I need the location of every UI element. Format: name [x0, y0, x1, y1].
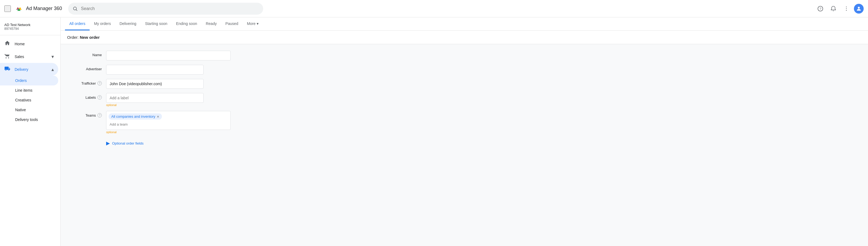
sidebar-sub-item-native[interactable]: Native — [0, 105, 58, 115]
labels-form-row: Labels ? optional — [69, 93, 859, 107]
team-input[interactable] — [108, 121, 228, 128]
avatar[interactable] — [854, 4, 864, 13]
trafficker-help-icon[interactable]: ? — [97, 81, 102, 85]
dots-vertical-icon — [843, 6, 849, 12]
network-id: 89745794 — [4, 27, 56, 31]
user-icon — [856, 6, 862, 12]
tab-my-orders[interactable]: My orders — [90, 17, 115, 30]
tab-ready[interactable]: Ready — [202, 17, 221, 30]
teams-form-row: Teams ? All companies and inventory × op… — [69, 111, 859, 134]
delivery-truck-icon — [4, 66, 10, 73]
search-icon — [72, 6, 78, 11]
logo-icon — [14, 4, 24, 13]
more-menu-button[interactable] — [841, 3, 852, 14]
teams-field-area: All companies and inventory × optional — [106, 111, 231, 134]
sidebar-sub-item-orders[interactable]: Orders — [0, 76, 58, 85]
bell-icon — [830, 6, 836, 12]
labels-label-area: Labels ? — [69, 93, 102, 100]
tab-all-orders[interactable]: All orders — [65, 17, 90, 30]
delivery-chevron-icon: ▴ — [52, 66, 54, 73]
main-layout: AD Test Network 89745794 Home Sales ▾ — [0, 17, 868, 246]
advertiser-form-row: Advertiser — [69, 65, 859, 75]
advertiser-input[interactable] — [106, 65, 204, 75]
hamburger-menu-button[interactable] — [4, 5, 11, 12]
labels-label: Labels — [86, 95, 96, 100]
logo: Ad Manager 360 — [14, 4, 62, 13]
team-tag-label: All companies and inventory — [111, 114, 155, 118]
teams-label: Teams — [86, 113, 96, 117]
labels-field-area: optional — [106, 93, 231, 107]
teams-label-area: Teams ? — [69, 111, 102, 117]
sidebar-sub-item-creatives[interactable]: Creatives — [0, 95, 58, 105]
teams-help-icon[interactable]: ? — [97, 113, 102, 117]
sales-chevron-icon: ▾ — [52, 54, 54, 60]
tab-starting-soon[interactable]: Starting soon — [141, 17, 172, 30]
notifications-button[interactable] — [828, 3, 839, 14]
labels-help-icon[interactable]: ? — [97, 95, 102, 100]
search-bar[interactable] — [68, 3, 263, 15]
network-name: AD Test Network — [4, 23, 56, 27]
sidebar-delivery-label: Delivery — [14, 67, 47, 72]
teams-optional-text: optional — [106, 131, 231, 134]
name-label: Name — [92, 53, 102, 57]
svg-point-7 — [846, 10, 847, 11]
trafficker-input[interactable] — [106, 79, 204, 89]
svg-line-2 — [76, 9, 77, 10]
teams-box: All companies and inventory × — [106, 111, 231, 130]
top-header: Ad Manager 360 ? — [0, 0, 868, 17]
content-area: All orders My orders Delivering Starting… — [61, 17, 868, 246]
svg-point-8 — [858, 6, 860, 8]
name-input[interactable] — [106, 51, 231, 60]
tab-ending-soon[interactable]: Ending soon — [172, 17, 202, 30]
help-icon: ? — [817, 6, 823, 12]
sidebar-sub-item-line-items[interactable]: Line items — [0, 85, 58, 95]
tab-paused[interactable]: Paused — [221, 17, 242, 30]
tab-delivering[interactable]: Delivering — [115, 17, 141, 30]
order-header: Order: New order — [61, 31, 868, 44]
order-form: Name Advertiser — [61, 44, 868, 155]
advertiser-label: Advertiser — [86, 67, 102, 71]
trafficker-field-area — [106, 79, 231, 89]
svg-point-6 — [846, 8, 847, 9]
sidebar-sales-label: Sales — [14, 55, 47, 59]
team-tag-close-button[interactable]: × — [157, 115, 159, 118]
header-right: ? — [815, 3, 864, 14]
trafficker-label: Trafficker — [82, 81, 96, 85]
sidebar: AD Test Network 89745794 Home Sales ▾ — [0, 17, 61, 246]
app-title: Ad Manager 360 — [26, 6, 62, 11]
search-input[interactable] — [81, 6, 259, 11]
sidebar-item-home[interactable]: Home — [0, 37, 58, 50]
name-form-row: Name — [69, 51, 859, 60]
name-field-area — [106, 51, 231, 60]
order-header-title: New order — [80, 35, 100, 39]
sidebar-item-sales[interactable]: Sales ▾ — [0, 50, 58, 63]
sidebar-sub-item-delivery-tools[interactable]: Delivery tools — [0, 115, 58, 125]
header-left: Ad Manager 360 — [4, 4, 64, 13]
svg-point-5 — [846, 6, 847, 7]
order-header-prefix: Order: — [67, 35, 79, 39]
network-info: AD Test Network 89745794 — [0, 20, 60, 33]
more-dropdown-icon: ▾ — [257, 21, 258, 26]
name-label-area: Name — [69, 51, 102, 57]
labels-optional-text: optional — [106, 103, 231, 107]
sidebar-item-delivery[interactable]: Delivery ▴ — [0, 63, 58, 76]
advertiser-field-area — [106, 65, 231, 75]
tab-more[interactable]: More ▾ — [243, 17, 263, 30]
sidebar-home-label: Home — [14, 42, 54, 46]
cart-icon — [4, 53, 10, 60]
advertiser-label-area: Advertiser — [69, 65, 102, 71]
trafficker-form-row: Trafficker ? — [69, 79, 859, 89]
home-icon — [4, 40, 10, 48]
labels-input[interactable] — [106, 93, 204, 103]
tabs-bar: All orders My orders Delivering Starting… — [61, 17, 868, 31]
team-tag: All companies and inventory × — [108, 113, 162, 119]
optional-fields-chevron-icon: ▶ — [106, 140, 110, 146]
optional-fields-label: Optional order fields — [112, 141, 144, 145]
optional-order-fields-toggle[interactable]: ▶ Optional order fields — [106, 138, 859, 148]
order-content: Order: New order Name Advert — [61, 31, 868, 246]
svg-text:?: ? — [819, 7, 822, 10]
help-button[interactable]: ? — [815, 3, 826, 14]
trafficker-label-area: Trafficker ? — [69, 79, 102, 85]
